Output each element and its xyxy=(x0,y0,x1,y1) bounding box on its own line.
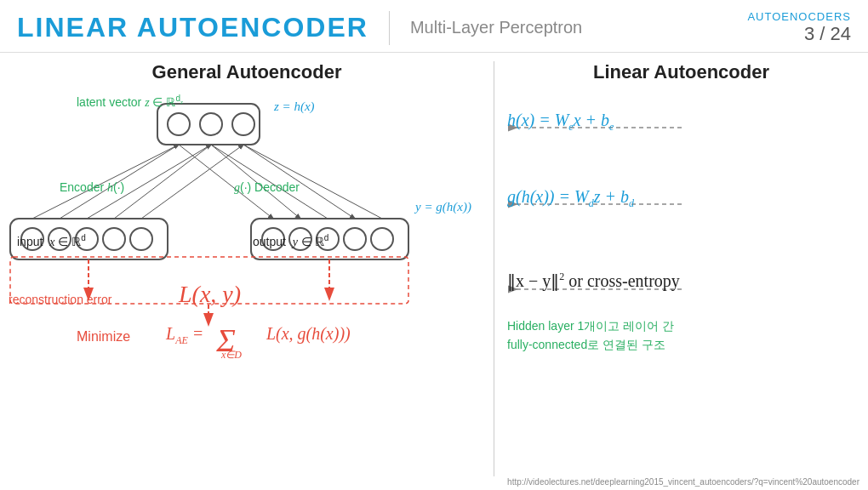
left-panel-title: General Autoencoder xyxy=(17,61,477,83)
minimize-math: LAE = Σ x∈D L(x, g(h(x))) xyxy=(166,316,349,354)
svg-line-19 xyxy=(114,145,211,219)
header-divider xyxy=(389,11,390,45)
encoder-eq-label: z = h(x) xyxy=(274,100,315,114)
reconstruction-math: L(x, y) xyxy=(179,281,241,308)
subtitle: Multi-Layer Perceptron xyxy=(410,18,582,37)
formula4-line1: Hidden layer 1개이고 레이어 간 xyxy=(507,316,674,335)
output-eq-label: y = g(h(x)) xyxy=(415,200,471,214)
svg-point-9 xyxy=(130,228,152,250)
latent-vector-label: latent vector z ∈ ℝdz xyxy=(77,94,183,110)
minimize-label: Minimize xyxy=(77,329,130,345)
formula1: h(x) = Wex + be xyxy=(507,111,614,134)
output-label: output y ∈ ℝd xyxy=(253,233,328,249)
header: LINEAR AUTOENCODER Multi-Layer Perceptro… xyxy=(0,0,868,53)
header-right: AUTOENOCDERS 3 / 24 xyxy=(747,10,851,45)
svg-point-1 xyxy=(168,113,190,135)
svg-point-15 xyxy=(371,228,393,250)
svg-rect-0 xyxy=(157,104,260,145)
right-panel-arrows xyxy=(494,87,852,427)
right-panel-title: Linear Autoencoder xyxy=(511,61,851,83)
main-content: General Autoencoder xyxy=(0,53,868,485)
svg-point-14 xyxy=(344,228,366,250)
header-tag: AUTOENOCDERS xyxy=(747,10,851,23)
formula4: Hidden layer 1개이고 레이어 간 fully-connected로… xyxy=(507,316,674,355)
svg-point-2 xyxy=(200,113,222,135)
main-title: LINEAR AUTOENCODER xyxy=(17,12,368,43)
decoder-label: g(·) Decoder xyxy=(234,180,300,195)
svg-point-8 xyxy=(103,228,125,250)
svg-point-3 xyxy=(232,113,254,135)
url-text: http://videolectures.net/deeplearning201… xyxy=(507,477,859,487)
encoder-label: Encoder h(·) xyxy=(60,180,124,195)
formula3: ‖x − y‖2 or cross-entropy xyxy=(507,271,680,291)
header-page: 3 / 24 xyxy=(747,23,851,45)
right-panel: Linear Autoencoder h(x) xyxy=(494,53,868,485)
left-panel: General Autoencoder xyxy=(0,53,494,485)
formula4-line2: fully-connected로 연결된 구조 xyxy=(507,335,674,354)
reconstruction-label: reconstruction error xyxy=(9,293,111,306)
input-label: input x ∈ ℝd xyxy=(17,233,86,249)
formula2: g(h(x)) = Wdz + bd xyxy=(507,187,634,210)
svg-line-20 xyxy=(141,145,243,219)
